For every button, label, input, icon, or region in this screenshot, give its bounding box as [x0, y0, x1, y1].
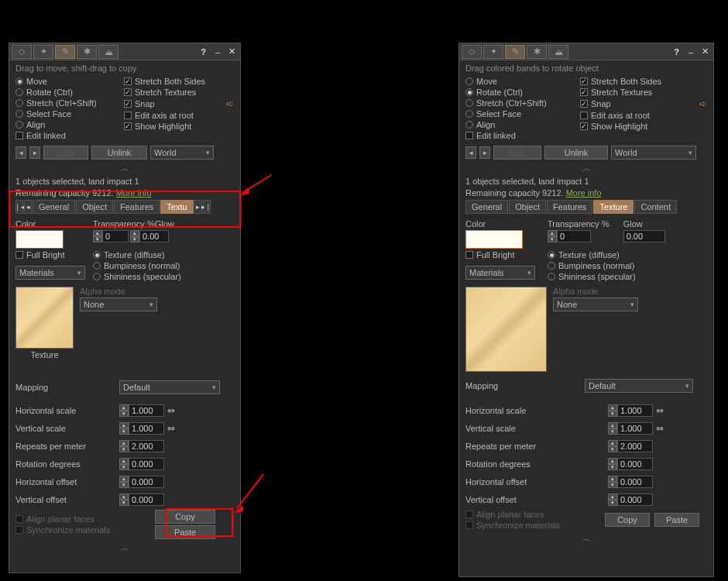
check-highlight[interactable]: Show Highlight [124, 122, 234, 131]
check-editlinked[interactable]: Edit linked [465, 131, 572, 140]
tab-object[interactable]: Object [76, 200, 113, 214]
unlink-button[interactable]: Unlink [544, 146, 608, 160]
radio-tex-bump[interactable]: Bumpiness (normal) [548, 261, 665, 270]
link-next[interactable]: ▸ [479, 146, 490, 159]
radio-stretch[interactable]: Stretch (Ctrl+Shift) [15, 98, 116, 108]
snap-options-arrow[interactable]: ➪ [699, 98, 707, 109]
radio-rotate[interactable]: Rotate (Ctrl) [465, 88, 572, 97]
check-stretchtex[interactable]: Stretch Textures [580, 88, 707, 97]
more-info-link[interactable]: More info [566, 188, 602, 198]
unlink-button[interactable]: Unlink [91, 146, 147, 160]
materials-dropdown[interactable]: Materials [465, 266, 535, 280]
check-snap[interactable]: Snap➪ [124, 98, 234, 109]
check-snap[interactable]: Snap➪ [580, 98, 707, 109]
tool-move[interactable]: ✦ [483, 45, 503, 59]
sync-icon[interactable]: ⇔ [656, 405, 664, 416]
tool-move[interactable]: ✦ [33, 45, 53, 59]
coord-dropdown[interactable]: World [611, 146, 696, 160]
vscale-spin[interactable]: ▴▾ [119, 422, 164, 435]
paste-button[interactable]: Paste [654, 513, 699, 527]
check-stretchboth[interactable]: Stretch Both Sides [580, 77, 707, 86]
hoffset-spin[interactable]: ▴▾ [119, 476, 164, 488]
tab-texture[interactable]: Texture [593, 200, 634, 214]
mapping-dropdown[interactable]: Default [585, 379, 693, 393]
color-swatch[interactable] [465, 230, 523, 249]
check-stretchtex[interactable]: Stretch Textures [124, 88, 234, 97]
texture-preview[interactable] [465, 287, 547, 372]
sync-icon[interactable]: ⇔ [167, 405, 175, 416]
help-button[interactable]: ? [674, 47, 679, 57]
coord-dropdown[interactable]: World [150, 146, 214, 160]
tool-focus[interactable]: ◇ [462, 45, 482, 59]
radio-tex-shine[interactable]: Shininess (specular) [548, 272, 665, 281]
link-prev[interactable]: ◂ [15, 146, 26, 159]
tool-edit[interactable]: ✎ [505, 45, 525, 59]
check-fullbright[interactable]: Full Bright [15, 250, 85, 260]
tool-edit[interactable]: ✎ [55, 45, 75, 59]
repeats-spin[interactable]: ▴▾ [608, 440, 653, 452]
radio-align[interactable]: Align [15, 120, 116, 129]
color-swatch[interactable] [15, 230, 64, 249]
check-fullbright[interactable]: Full Bright [465, 250, 535, 260]
radio-align[interactable]: Align [465, 120, 572, 129]
help-button[interactable]: ? [201, 47, 206, 57]
radio-tex-bump[interactable]: Bumpiness (normal) [93, 261, 181, 270]
close-button[interactable]: ✕ [226, 46, 237, 57]
minimize-button[interactable]: – [685, 46, 696, 57]
tab-prev[interactable]: ◂ [24, 200, 32, 214]
expand-down[interactable]: ︿ [119, 543, 130, 552]
link-button[interactable]: Link [493, 146, 541, 160]
voffset-spin[interactable]: ▴▾ [119, 493, 164, 506]
minimize-button[interactable]: – [212, 46, 223, 57]
tab-content[interactable]: Content [634, 200, 677, 214]
copy-button[interactable]: Copy [155, 510, 215, 524]
hscale-spin[interactable]: ▴▾ [119, 404, 164, 417]
rotation-spin[interactable]: ▴▾ [608, 458, 653, 470]
radio-selectface[interactable]: Select Face [465, 109, 572, 119]
link-next[interactable]: ▸ [29, 146, 40, 159]
tab-object[interactable]: Object [509, 200, 546, 214]
radio-tex-diffuse[interactable]: Texture (diffuse) [93, 250, 181, 260]
vscale-spin[interactable]: ▴▾ [608, 422, 653, 435]
sync-icon[interactable]: ⇔ [656, 423, 664, 434]
tool-create[interactable]: ✱ [527, 45, 547, 59]
check-editaxis[interactable]: Edit axis at root [580, 111, 707, 120]
link-button[interactable]: Link [43, 146, 88, 160]
copy-button[interactable]: Copy [605, 513, 650, 527]
texture-preview[interactable] [15, 287, 74, 349]
tab-general[interactable]: General [33, 200, 75, 214]
tab-next[interactable]: ▸ [194, 200, 202, 214]
check-highlight[interactable]: Show Highlight [580, 122, 707, 131]
transparency-spin[interactable]: ▴▾ [548, 230, 610, 242]
radio-move[interactable]: Move [465, 77, 572, 86]
tool-land[interactable]: ⛰ [548, 45, 568, 59]
repeats-spin[interactable]: ▴▾ [119, 440, 164, 452]
hoffset-spin[interactable]: ▴▾ [608, 476, 653, 488]
voffset-spin[interactable]: ▴▾ [608, 493, 653, 506]
radio-stretch[interactable]: Stretch (Ctrl+Shift) [465, 98, 572, 108]
tab-texture[interactable]: Textu [160, 200, 193, 214]
expand-down[interactable]: ︿ [581, 534, 592, 543]
materials-dropdown[interactable]: Materials [15, 266, 85, 280]
tab-general[interactable]: General [465, 200, 508, 214]
tool-create[interactable]: ✱ [77, 45, 97, 59]
tool-land[interactable]: ⛰ [98, 45, 118, 59]
radio-selectface[interactable]: Select Face [15, 109, 116, 119]
tool-focus[interactable]: ◇ [12, 45, 32, 59]
link-prev[interactable]: ◂ [465, 146, 476, 159]
glow-spin[interactable]: ▴▾ [130, 230, 169, 242]
more-info-link[interactable]: More info [116, 188, 152, 198]
radio-rotate[interactable]: Rotate (Ctrl) [15, 88, 116, 97]
tab-last[interactable]: ▸❘ [203, 200, 211, 214]
radio-tex-shine[interactable]: Shininess (specular) [93, 272, 181, 281]
radio-tex-diffuse[interactable]: Texture (diffuse) [548, 250, 665, 260]
check-editlinked[interactable]: Edit linked [15, 131, 116, 140]
close-button[interactable]: ✕ [699, 46, 710, 57]
snap-options-arrow[interactable]: ➪ [226, 98, 234, 109]
tab-first[interactable]: ❘◂ [15, 200, 23, 214]
radio-move[interactable]: Move [15, 77, 116, 86]
tab-features[interactable]: Features [114, 200, 160, 214]
check-stretchboth[interactable]: Stretch Both Sides [124, 77, 234, 86]
expand-up[interactable]: ︿ [119, 163, 130, 173]
paste-button[interactable]: Paste [155, 525, 215, 539]
